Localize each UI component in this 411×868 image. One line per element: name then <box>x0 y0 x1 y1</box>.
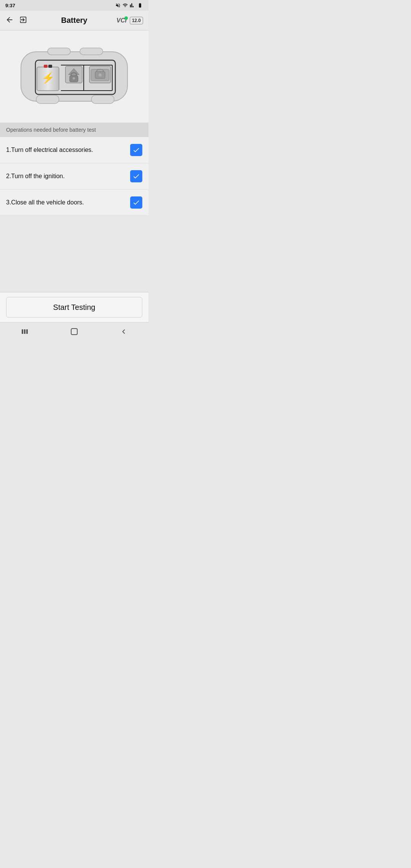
mute-icon <box>115 3 121 8</box>
nav-left <box>5 16 27 26</box>
wifi-icon <box>123 3 128 8</box>
svg-rect-2 <box>80 48 103 55</box>
svg-rect-7 <box>44 65 48 68</box>
svg-rect-1 <box>48 48 70 55</box>
svg-text:⚡: ⚡ <box>41 72 55 84</box>
nav-right: VCI 12.0 <box>116 17 143 24</box>
check-item-1[interactable]: 1.Turn off electrical accessories. <box>0 137 148 163</box>
checklist: 1.Turn off electrical accessories. 2.Tur… <box>0 137 148 216</box>
home-square-icon <box>70 327 79 336</box>
svg-rect-25 <box>71 329 77 335</box>
checkbox-3[interactable] <box>130 196 142 209</box>
car-diagram: ⚡ <box>0 30 148 123</box>
checkbox-1[interactable] <box>130 144 142 156</box>
svg-rect-3 <box>36 95 59 104</box>
status-time: 9:37 <box>5 3 15 8</box>
menu-lines-icon <box>20 327 29 336</box>
svg-rect-22 <box>22 329 23 334</box>
checkmark-icon-3 <box>132 199 140 206</box>
status-bar: 9:37 <box>0 0 148 11</box>
bottom-nav-menu-button[interactable] <box>13 324 36 339</box>
start-button-container: Start Testing <box>0 292 148 322</box>
svg-rect-8 <box>48 65 52 68</box>
vci-badge: VCI <box>116 17 127 24</box>
export-button[interactable] <box>19 16 27 26</box>
checkmark-icon-1 <box>132 146 140 154</box>
back-button[interactable] <box>5 16 14 26</box>
svg-point-17 <box>73 77 75 80</box>
svg-rect-24 <box>26 329 28 334</box>
bottom-nav <box>0 322 148 340</box>
section-header: Operations needed before battery test <box>0 123 148 137</box>
version-box: 12.0 <box>130 17 143 24</box>
vci-connected-dot <box>124 16 128 20</box>
nav-bar: Battery VCI 12.0 <box>0 11 148 30</box>
check-item-3-text: 3.Close all the vehicle doors. <box>6 199 84 206</box>
status-icons <box>115 3 143 8</box>
bottom-nav-home-button[interactable] <box>63 324 86 339</box>
svg-rect-4 <box>91 95 114 104</box>
svg-point-21 <box>99 73 102 77</box>
check-item-2[interactable]: 2.Turn off the ignition. <box>0 163 148 190</box>
checkbox-2[interactable] <box>130 170 142 182</box>
signal-icon <box>130 3 135 8</box>
page-title: Battery <box>61 16 88 25</box>
back-chevron-icon <box>119 327 128 336</box>
bottom-nav-back-button[interactable] <box>112 324 135 339</box>
check-item-2-text: 2.Turn off the ignition. <box>6 173 65 180</box>
section-header-text: Operations needed before battery test <box>6 127 96 133</box>
start-testing-button[interactable]: Start Testing <box>6 297 142 318</box>
check-item-3[interactable]: 3.Close all the vehicle doors. <box>0 190 148 216</box>
car-diagram-svg: ⚡ <box>10 37 139 116</box>
checkmark-icon-2 <box>132 172 140 180</box>
check-item-1-text: 1.Turn off electrical accessories. <box>6 147 93 153</box>
svg-rect-23 <box>24 329 25 334</box>
device-battery-icon <box>137 3 143 8</box>
empty-content-area <box>0 216 148 292</box>
